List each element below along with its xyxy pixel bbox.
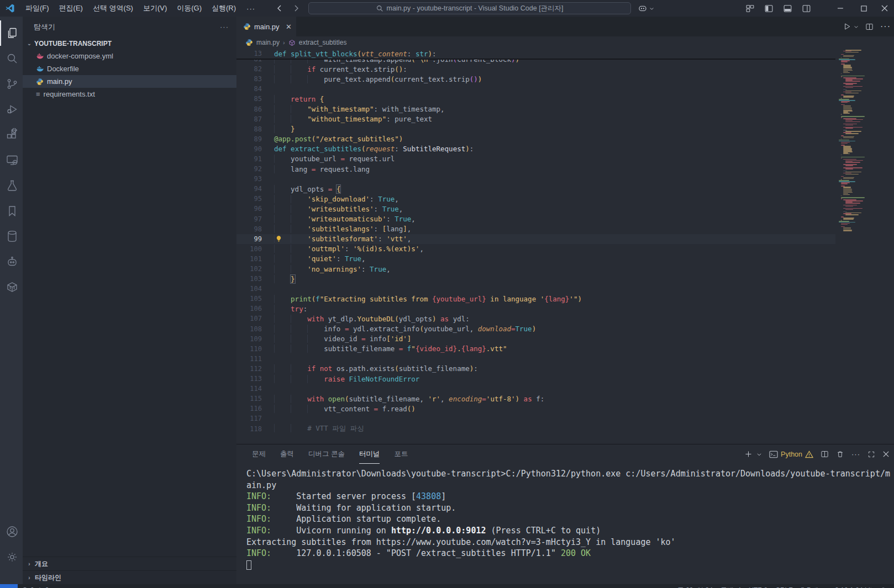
toggle-secondary-sidebar-icon[interactable] [798,0,814,17]
code-line-105[interactable]: 105 print(f"Extracting subtitles from {y… [236,294,835,304]
new-terminal-icon[interactable] [744,450,753,458]
status-item-1[interactable]: 공백: 4 [717,584,745,588]
file-item-Dockerfile[interactable]: Dockerfile [23,62,236,75]
remote-indicator[interactable] [0,584,18,588]
editor-more-actions[interactable]: ··· [880,22,891,31]
panel-tab-3[interactable]: 터미널 [359,444,380,464]
activity-database-icon[interactable] [0,224,23,249]
code-line-103[interactable]: 103 } [236,274,835,284]
minimap[interactable] [835,49,894,444]
code-line-89[interactable]: 89 @app.post("/extract_subtitles") [236,134,835,144]
code-line-109[interactable]: 109 video_id = info['id'] [236,334,835,344]
code-line-92[interactable]: 92 lang = request.lang [236,164,835,174]
menu-item-0[interactable]: 파일(F) [20,0,54,17]
code-line-104[interactable]: 104 [236,284,835,294]
panel-tab-4[interactable]: 포트 [394,444,408,464]
toggle-panel-icon[interactable] [779,0,796,17]
panel-more-actions[interactable]: ··· [851,450,860,458]
menu-item-4[interactable]: 이동(G) [172,0,207,17]
code-line-94[interactable]: 94 ydl_opts = { [236,184,835,194]
code-line-82[interactable]: 82 if current_text.strip(): [236,64,835,74]
code-line-100[interactable]: 100 'outtmpl': '%(id)s.%(ext)s', [236,244,835,254]
menu-item-3[interactable]: 보기(V) [138,0,172,17]
maximize-button[interactable] [852,0,875,17]
code-line-113[interactable]: 113 raise FileNotFoundError [236,374,835,384]
code-line-97[interactable]: 97 'writeautomaticsub': True, [236,214,835,224]
status-item-0[interactable]: 줄 99, 열 34 [674,584,717,588]
folder-root[interactable]: ⌄ YOUTUBE-TRANSCRIPT [23,37,236,50]
status-item-4[interactable]: {} Python [797,584,832,588]
code-line-88[interactable]: 88 } [236,124,835,134]
explorer-more-actions[interactable]: ··· [220,23,229,31]
split-editor-icon[interactable] [865,23,874,31]
status-item-5[interactable]: 3.12.1 64-bit [831,584,876,588]
activity-explorer-icon[interactable] [0,20,23,46]
activity-source-control-icon[interactable] [0,71,23,97]
activity-testing-icon[interactable] [0,173,23,198]
code-line-83[interactable]: 83 pure_text.append(current_text.strip()… [236,74,835,84]
code-line-96[interactable]: 96 'writesubtitles': True, [236,204,835,214]
panel-tab-0[interactable]: 문제 [252,444,266,464]
code-line-84[interactable]: 84 [236,84,835,94]
code-line-101[interactable]: 101 'quiet': True, [236,254,835,264]
code-line-114[interactable]: 114 [236,384,835,394]
code-line-115[interactable]: 115 with open(subtitle_filename, 'r', en… [236,394,835,404]
code-line-91[interactable]: 91 youtube_url = request.url [236,154,835,164]
activity-account-icon[interactable] [0,519,23,544]
split-terminal-icon[interactable] [821,450,829,458]
activity-extensions-icon[interactable] [0,122,23,147]
activity-remote-explorer-icon[interactable] [0,147,23,173]
file-item-requirements.txt[interactable]: ≡ requirements.txt [23,88,236,100]
breadcrumb-file[interactable]: main.py [256,39,280,46]
activity-run-debug-icon[interactable] [0,97,23,122]
panel-tab-2[interactable]: 디버그 콘솔 [308,444,345,464]
code-line-99[interactable]: 99 'subtitlesformat': 'vtt', [236,234,835,244]
activity-settings-gear-icon[interactable] [0,544,23,570]
terminal-shell-badge[interactable]: Python [769,451,813,458]
code-line-112[interactable]: 112 if not os.path.exists(subtitle_filen… [236,364,835,374]
sidebar-section-0[interactable]: ›개요 [23,557,236,570]
chevron-down-icon[interactable] [854,24,859,29]
code-line-111[interactable]: 111 [236,354,835,364]
run-python-file-icon[interactable] [843,22,851,31]
code-line-110[interactable]: 110 subtitle_filename = f"{video_id}.{la… [236,344,835,354]
chevron-down-icon[interactable] [756,452,762,457]
close-button[interactable] [875,0,894,17]
code-line-107[interactable]: 107 with yt_dlp.YoutubeDL(ydl_opts) as y… [236,314,835,324]
minimize-button[interactable] [829,0,852,17]
lightbulb-icon[interactable] [275,235,282,242]
code-line-90[interactable]: 90 def extract_subtitles(request: Subtit… [236,144,835,154]
code-line-118[interactable]: 118 # VTT 파일 파싱 [236,423,835,433]
status-item-2[interactable]: UTF-8 [745,584,771,588]
code-editor[interactable]: 13def split_vtt_blocks(vtt_content: str)… [236,49,894,444]
status-item-3[interactable]: CRLF [771,584,796,588]
panel-tab-1[interactable]: 출력 [280,444,294,464]
copilot-button[interactable] [638,3,654,13]
sidebar-section-1[interactable]: ›타임라인 [23,570,236,584]
customize-layout-icon[interactable] [742,0,758,17]
menu-item-1[interactable]: 편집(E) [54,0,88,17]
terminal-output[interactable]: C:\Users\Administrator\Downloads\youtube… [236,464,894,584]
tab-close-icon[interactable]: ✕ [286,23,292,31]
code-line-117[interactable]: 117 [236,414,835,423]
notifications-bell-icon[interactable] [876,584,891,588]
code-line-98[interactable]: 98 'subtitleslangs': [lang], [236,224,835,234]
code-line-93[interactable]: 93 [236,174,835,184]
command-center-search[interactable]: main.py - youtube-transcript - Visual St… [308,2,631,14]
code-line-116[interactable]: 116 vtt_content = f.read() [236,404,835,414]
activity-containers-icon[interactable] [0,274,23,300]
forward-arrow-icon[interactable] [292,4,301,13]
back-arrow-icon[interactable] [275,4,284,13]
sticky-scroll-line[interactable]: 13def split_vtt_blocks(vtt_content: str)… [236,49,835,60]
code-line-87[interactable]: 87 "without_timestamp": pure_text [236,114,835,124]
code-line-95[interactable]: 95 'skip_download': True, [236,194,835,204]
code-line-86[interactable]: 86 "with_timestamp": with_timestamp, [236,104,835,114]
breadcrumb-symbol[interactable]: extract_subtitles [299,39,347,46]
maximize-panel-icon[interactable] [867,451,875,458]
tab-main-py[interactable]: main.py ✕ [236,17,296,36]
file-item-main.py[interactable]: main.py [23,75,236,88]
menu-overflow[interactable]: ··· [241,4,261,13]
activity-search-icon[interactable] [0,46,23,71]
menu-item-5[interactable]: 실행(R) [207,0,241,17]
problems-status[interactable]: 0 0 [18,584,52,588]
